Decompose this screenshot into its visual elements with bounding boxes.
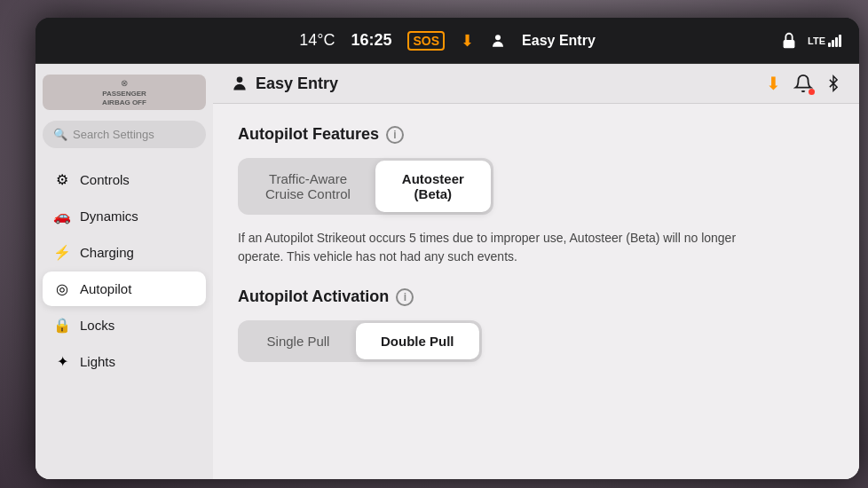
controls-label: Controls — [80, 172, 130, 187]
status-bar: 14°C 16:25 SOS ⬇ Easy Entry LTE — [36, 18, 859, 64]
autosteer-label: Autosteer(Beta) — [402, 171, 464, 201]
sidebar-item-autopilot[interactable]: ◎ Autopilot — [43, 272, 206, 306]
double-pull-button[interactable]: Double Pull — [356, 323, 479, 359]
single-pull-button[interactable]: Single Pull — [241, 323, 356, 359]
sos-button[interactable]: SOS — [407, 31, 445, 51]
download-arrow-icon: ⬇ — [766, 73, 781, 94]
traffic-aware-cruise-button[interactable]: Traffic-AwareCruise Control — [241, 161, 375, 212]
locks-icon: 🔒 — [53, 317, 71, 334]
airbag-label: PASSENGERAIRBAG OFF — [50, 90, 199, 106]
locks-label: Locks — [80, 318, 114, 333]
secondary-icon-group: ⬇ — [766, 73, 841, 94]
person-icon-secondary — [231, 75, 249, 92]
autopilot-features-toggle-group: Traffic-AwareCruise Control Autosteer(Be… — [238, 158, 493, 215]
sidebar-item-dynamics[interactable]: 🚗 Dynamics — [43, 199, 206, 233]
autopilot-label: Autopilot — [80, 281, 131, 296]
dynamics-label: Dynamics — [80, 209, 138, 224]
charging-label: Charging — [80, 245, 134, 260]
search-box[interactable]: 🔍 Search Settings — [43, 121, 206, 148]
signal-bar-4 — [839, 35, 841, 47]
signal-bars — [828, 35, 841, 47]
controls-icon: ⚙ — [53, 171, 71, 188]
screen-bezel: 14°C 16:25 SOS ⬇ Easy Entry LTE — [36, 18, 859, 479]
traffic-aware-label: Traffic-AwareCruise Control — [265, 171, 351, 201]
temperature-display: 14°C — [299, 31, 335, 50]
signal-bar-3 — [835, 37, 838, 47]
status-center: 14°C 16:25 SOS ⬇ Easy Entry — [299, 31, 596, 51]
autosteer-beta-button[interactable]: Autosteer(Beta) — [375, 161, 491, 212]
autopilot-description: If an Autopilot Strikeout occurs 5 times… — [238, 229, 753, 266]
autopilot-activation-section: Autopilot Activation i Single Pull Doubl… — [238, 287, 834, 362]
sidebar-item-lights[interactable]: ✦ Lights — [43, 344, 206, 379]
autopilot-features-header: Autopilot Features i — [238, 125, 834, 144]
autopilot-activation-title: Autopilot Activation — [238, 287, 389, 306]
search-icon: 🔍 — [53, 128, 67, 141]
autopilot-icon: ◎ — [53, 280, 71, 297]
autopilot-activation-info-icon[interactable]: i — [396, 288, 414, 306]
dynamics-icon: 🚗 — [53, 208, 71, 224]
svg-point-2 — [237, 77, 243, 83]
time-display: 16:25 — [351, 31, 391, 50]
single-pull-label: Single Pull — [267, 334, 330, 349]
lights-icon: ✦ — [53, 353, 71, 370]
download-icon: ⬇ — [461, 31, 474, 51]
sidebar-item-locks[interactable]: 🔒 Locks — [43, 308, 206, 342]
autopilot-features-title: Autopilot Features — [238, 125, 379, 144]
sidebar-item-charging[interactable]: ⚡ Charging — [43, 235, 206, 270]
main-area: ⊗ PASSENGERAIRBAG OFF 🔍 Search Settings … — [36, 64, 859, 479]
svg-rect-1 — [784, 40, 795, 48]
passenger-airbag-badge: ⊗ PASSENGERAIRBAG OFF — [43, 75, 206, 110]
autopilot-activation-toggle-group: Single Pull Double Pull — [238, 320, 482, 362]
search-placeholder-text: Search Settings — [73, 128, 154, 141]
lte-signal-group: LTE — [808, 35, 841, 47]
lights-label: Lights — [80, 354, 115, 369]
content-wrapper: Easy Entry ⬇ — [213, 64, 859, 479]
profile-icon — [490, 33, 506, 49]
main-content: Autopilot Features i Traffic-AwareCruise… — [213, 104, 859, 479]
lte-label: LTE — [808, 35, 825, 46]
notification-bell-wrapper[interactable] — [793, 74, 813, 93]
secondary-nav-bar: Easy Entry ⬇ — [213, 64, 859, 104]
sidebar-item-controls[interactable]: ⚙ Controls — [43, 162, 206, 197]
charging-icon: ⚡ — [53, 244, 71, 261]
lock-icon — [779, 31, 799, 51]
double-pull-label: Double Pull — [381, 334, 454, 349]
autopilot-features-info-icon[interactable]: i — [386, 126, 404, 144]
svg-point-0 — [495, 35, 501, 40]
status-right-icons: LTE — [779, 31, 841, 51]
easy-entry-status-bar-label: Easy Entry — [522, 33, 596, 49]
notification-dot — [809, 89, 815, 95]
easy-entry-secondary: Easy Entry — [231, 75, 338, 93]
autopilot-activation-header: Autopilot Activation i — [238, 287, 834, 306]
bluetooth-icon — [825, 74, 841, 93]
signal-bar-1 — [828, 43, 831, 47]
sidebar: ⊗ PASSENGERAIRBAG OFF 🔍 Search Settings … — [36, 64, 213, 479]
signal-bar-2 — [832, 40, 834, 47]
